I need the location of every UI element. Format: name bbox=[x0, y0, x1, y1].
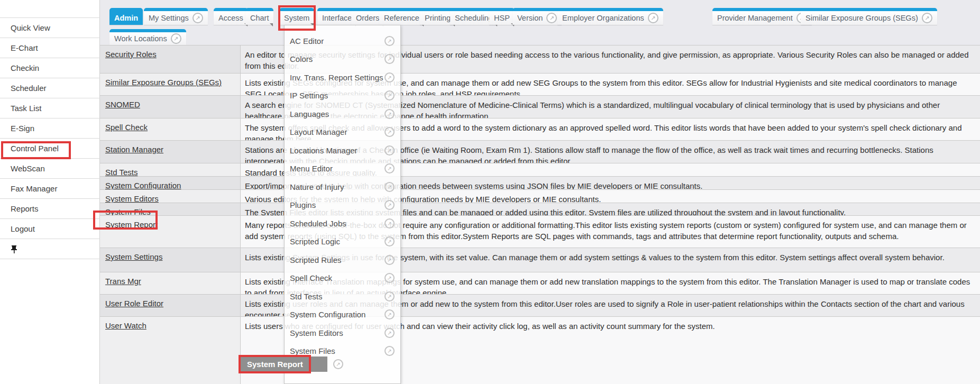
tab-work-locations[interactable]: Work Locations ↗ bbox=[109, 29, 186, 45]
table-row-user-role-editor: User Role Editor Lists existing user rol… bbox=[100, 294, 980, 316]
tab-my-settings[interactable]: My Settings ↗ bbox=[144, 8, 208, 25]
open-in-new-icon: ↗ bbox=[384, 309, 395, 319]
sidebar-item-logout[interactable]: Logout bbox=[0, 218, 100, 239]
open-in-new-icon: ↗ bbox=[384, 182, 395, 192]
open-in-new-icon: ↗ bbox=[384, 200, 395, 210]
sidebar-item-fax-manager[interactable]: Fax Manager bbox=[0, 178, 100, 198]
sidebar-item-checkin[interactable]: Checkin bbox=[0, 58, 100, 78]
menu-item-ac-editor[interactable]: AC Editor↗ bbox=[284, 32, 400, 50]
open-in-new-icon: ↗ bbox=[333, 359, 343, 369]
link-spell-check[interactable]: Spell Check bbox=[105, 123, 148, 132]
open-in-new-icon: ↗ bbox=[648, 13, 658, 23]
menu-item-layout-manager[interactable]: Layout Manager↗ bbox=[284, 123, 400, 141]
tab-reference[interactable]: Reference bbox=[379, 8, 424, 25]
table-row-system-files: System Files The System Files editor lis… bbox=[100, 203, 980, 215]
tab-admin[interactable]: Admin bbox=[109, 8, 143, 25]
table-row-spell-check: Spell Check The system offers spell chec… bbox=[100, 118, 980, 140]
table-row-system-editors: System Editors Various editors for the s… bbox=[100, 189, 980, 203]
table-row-user-watch: User Watch Lists users who are configure… bbox=[100, 316, 980, 384]
sidebar-item-scheduler[interactable]: Scheduler bbox=[0, 78, 100, 98]
menu-item-nature-of-injury[interactable]: Nature of Injury↗ bbox=[284, 178, 400, 196]
menu-item-locations-manager[interactable]: Locations Manager↗ bbox=[284, 141, 400, 159]
table-row-snomed: SNOMED A search engine for SNOMED CT (Sy… bbox=[100, 95, 980, 118]
tab-hsp[interactable]: HSP bbox=[489, 8, 515, 25]
pushpin-icon bbox=[11, 245, 17, 253]
link-snomed[interactable]: SNOMED bbox=[105, 100, 140, 109]
menu-item-colors[interactable]: Colors↗ bbox=[284, 50, 400, 68]
open-in-new-icon: ↗ bbox=[384, 54, 395, 64]
open-in-new-icon: ↗ bbox=[193, 13, 203, 23]
link-user-role-editor[interactable]: User Role Editor bbox=[105, 299, 163, 308]
open-in-new-icon: ↗ bbox=[384, 236, 395, 246]
menu-item-spell-check[interactable]: Spell Check↗ bbox=[284, 269, 400, 287]
sidebar: Quick View E-Chart Checkin Scheduler Tas… bbox=[0, 0, 100, 384]
open-in-new-icon: ↗ bbox=[384, 273, 395, 283]
link-system-editors[interactable]: System Editors bbox=[105, 194, 159, 203]
open-in-new-icon: ↗ bbox=[384, 36, 395, 46]
menu-item-scripted-logic[interactable]: Scripted Logic↗ bbox=[284, 232, 400, 250]
link-security-roles[interactable]: Security Roles bbox=[105, 50, 157, 59]
open-in-new-icon: ↗ bbox=[384, 328, 395, 338]
open-in-new-icon: ↗ bbox=[384, 255, 395, 265]
link-user-watch[interactable]: User Watch bbox=[105, 321, 146, 330]
tab-access[interactable]: Access bbox=[214, 8, 248, 25]
table-row-segs: Similar Exposure Groups (SEGs) Lists exi… bbox=[100, 73, 980, 95]
open-in-new-icon: ↗ bbox=[384, 291, 395, 301]
open-in-new-icon: ↗ bbox=[384, 72, 395, 83]
table-row-trans-mgr: Trans Mgr Lists existing Interface Trans… bbox=[100, 272, 980, 294]
menu-item-system-editors[interactable]: System Editors↗ bbox=[284, 324, 400, 342]
sidebar-pin-toggle[interactable] bbox=[0, 239, 100, 259]
menu-item-ip-settings[interactable]: IP Settings↗ bbox=[284, 86, 400, 104]
link-system-report[interactable]: System Report bbox=[105, 220, 158, 229]
sidebar-item-quick-view[interactable]: Quick View bbox=[0, 17, 100, 38]
sidebar-item-reports[interactable]: Reports bbox=[0, 198, 100, 218]
menu-item-std-tests[interactable]: Std Tests↗ bbox=[284, 287, 400, 305]
menu-item-plugins[interactable]: Plugins↗ bbox=[284, 196, 400, 214]
sidebar-item-webscan[interactable]: WebScan bbox=[0, 158, 100, 178]
link-similar-exposure-groups[interactable]: Similar Exposure Groups (SEGs) bbox=[105, 78, 222, 87]
link-station-manager[interactable]: Station Manager bbox=[105, 145, 163, 154]
table-row-security-roles: Security Roles An editor to manage secur… bbox=[100, 45, 980, 73]
open-in-new-icon: ↗ bbox=[384, 145, 395, 156]
menu-item-system-configuration[interactable]: System Configuration↗ bbox=[284, 305, 400, 323]
menu-item-scripted-rules[interactable]: Scripted Rules↗ bbox=[284, 251, 400, 269]
open-in-new-icon: ↗ bbox=[922, 13, 932, 23]
table-row-station-manager: Station Manager Stations are physical lo… bbox=[100, 140, 980, 163]
open-in-new-icon: ↗ bbox=[384, 163, 395, 173]
link-trans-mgr[interactable]: Trans Mgr bbox=[105, 277, 141, 286]
open-in-new-icon: ↗ bbox=[384, 218, 395, 228]
tab-similar-exposure-groups[interactable]: Similar Exposure Groups (SEGs) ↗ bbox=[801, 8, 937, 25]
tab-employer-organizations[interactable]: Employer Organizations ↗ bbox=[557, 8, 663, 25]
open-in-new-icon: ↗ bbox=[384, 127, 395, 137]
table-row-system-configuration: System Configuration Export/import tool … bbox=[100, 176, 980, 189]
menu-item-inv-trans-report-settings[interactable]: Inv. Trans. Report Settings↗ bbox=[284, 68, 400, 86]
open-in-new-icon: ↗ bbox=[384, 346, 395, 356]
admin-control-panel-screen: Quick View E-Chart Checkin Scheduler Tas… bbox=[0, 0, 980, 384]
menu-item-system-report-selected[interactable]: System Report bbox=[241, 356, 327, 372]
sidebar-item-control-panel[interactable]: Control Panel bbox=[0, 138, 100, 158]
open-in-new-icon: ↗ bbox=[384, 109, 395, 119]
tab-provider-management[interactable]: Provider Management ↗ bbox=[712, 8, 812, 25]
link-std-tests[interactable]: Std Tests bbox=[105, 168, 138, 177]
open-in-new-icon: ↗ bbox=[171, 33, 181, 44]
sidebar-item-e-chart[interactable]: E-Chart bbox=[0, 38, 100, 58]
sidebar-item-e-sign[interactable]: E-Sign bbox=[0, 118, 100, 138]
tab-version[interactable]: Version ↗ bbox=[512, 8, 562, 25]
menu-item-menu-editor[interactable]: Menu Editor↗ bbox=[284, 159, 400, 177]
link-system-settings[interactable]: System Settings bbox=[105, 252, 162, 261]
open-in-new-icon: ↗ bbox=[546, 13, 557, 23]
menu-item-languages[interactable]: Languages↗ bbox=[284, 105, 400, 123]
menu-item-scheduled-jobs[interactable]: Scheduled Jobs↗ bbox=[284, 214, 400, 232]
table-row-std-tests: Std Tests Standard tests used to assure … bbox=[100, 163, 980, 176]
table-row-system-settings: System Settings Lists existing System Se… bbox=[100, 248, 980, 272]
link-system-configuration[interactable]: System Configuration bbox=[105, 181, 181, 190]
tab-chart[interactable]: Chart bbox=[245, 8, 273, 25]
sidebar-item-task-list[interactable]: Task List bbox=[0, 98, 100, 118]
table-row-system-report: System Report Many reports available out… bbox=[100, 215, 980, 248]
open-in-new-icon: ↗ bbox=[384, 90, 395, 100]
tab-system[interactable]: System bbox=[279, 8, 314, 25]
